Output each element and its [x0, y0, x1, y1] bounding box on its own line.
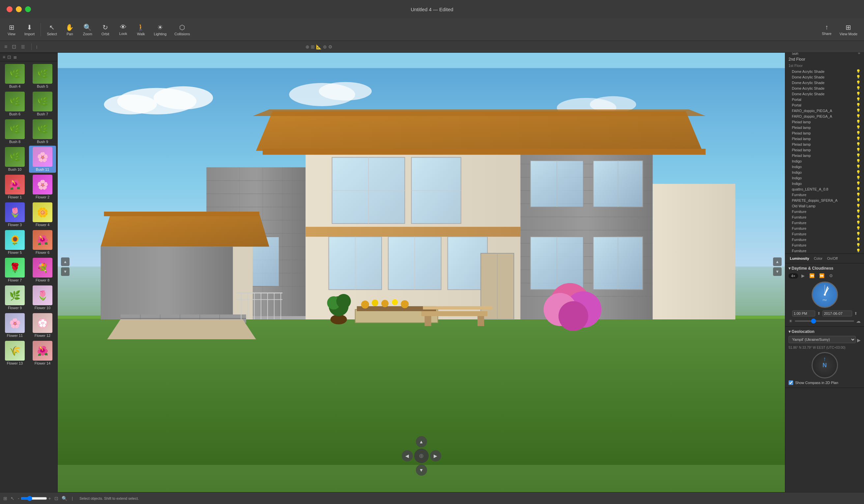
light-item-furniture1[interactable]: Furniture 💡: [785, 192, 864, 197]
first-floor-label[interactable]: 1st Floor: [785, 63, 864, 69]
statusbar-search2-icon[interactable]: 🔍: [62, 496, 67, 501]
light-item-dome1[interactable]: Dome Acrylic Shade 💡: [785, 69, 864, 74]
light-item-indigo5[interactable]: Indigo 💡: [785, 181, 864, 186]
light-item-oldwall[interactable]: Old Wall Lamp 💡: [785, 203, 864, 209]
date-input[interactable]: [823, 311, 852, 316]
layer-icon[interactable]: ⊚: [323, 44, 327, 49]
plant-item-flower9[interactable]: 🌿 Flower 9: [1, 284, 28, 311]
toolbar-look[interactable]: 👁 Look: [115, 22, 131, 37]
nav-center-button[interactable]: ⊕: [414, 448, 429, 463]
main-viewport[interactable]: ▲ ◀ ⊕ ▶ ▼ ▲ ▼ ▲ ▼: [58, 41, 785, 492]
zoom-out-icon[interactable]: -: [18, 496, 20, 501]
statusbar-cursor-icon[interactable]: ↖: [11, 496, 14, 501]
light-item-furniture4[interactable]: Furniture 💡: [785, 220, 864, 226]
plant-item-bush9[interactable]: 🌿 Bush 9: [29, 118, 56, 145]
plant-item-flower11[interactable]: 🌸 Flower 11: [1, 312, 28, 339]
light-item-dome2[interactable]: Dome Acrylic Shade 💡: [785, 74, 864, 80]
sidebar-grid-icon[interactable]: ⊡: [7, 55, 11, 60]
cloud-slider[interactable]: [795, 320, 854, 322]
viewport-pan-down[interactable]: ▼: [61, 267, 70, 276]
zoom-slider[interactable]: [21, 496, 47, 501]
plant-item-flower13[interactable]: 🌾 Flower 13: [1, 339, 28, 367]
toolbar-collisions[interactable]: ⬡ Collisions: [171, 22, 193, 37]
plant-item-flower3[interactable]: 🌷 Flower 3: [1, 201, 28, 228]
plant-item-flower10[interactable]: 🌷 Flower 10: [29, 284, 56, 311]
plant-item-bush4[interactable]: 🌿 Bush 4: [1, 63, 28, 90]
plant-item-flower14[interactable]: 🌺 Flower 14: [29, 339, 56, 367]
forward-icon[interactable]: ⏩: [818, 273, 826, 279]
light-item-dome3[interactable]: Dome Acrylic Shade 💡: [785, 80, 864, 85]
light-item-portal1[interactable]: Portal 💡: [785, 97, 864, 102]
geo-select[interactable]: Yampil' (Ukraine/Sumy): [789, 336, 856, 343]
settings-icon[interactable]: ⚙: [328, 44, 333, 49]
light-item-faro2[interactable]: FARO_doppio_PIEGA_A 💡: [785, 113, 864, 119]
light-item-furniture6[interactable]: Furniture 💡: [785, 231, 864, 237]
toolbar-view[interactable]: ⊞ View: [3, 22, 20, 37]
light-item-pleiad2[interactable]: Pleiad lamp 💡: [785, 124, 864, 130]
play-icon[interactable]: ▶: [800, 273, 806, 279]
grid-icon[interactable]: ⊡: [10, 43, 18, 51]
plant-item-flower6[interactable]: 🌺 Flower 6: [29, 229, 56, 256]
nav-right-button[interactable]: ▶: [430, 450, 441, 461]
plant-item-bush10[interactable]: 🌿 Bush 10: [1, 146, 28, 173]
light-item-faro1[interactable]: FARO_doppio_PIEGA_A 💡: [785, 108, 864, 113]
nav-left-button[interactable]: ◀: [402, 450, 413, 461]
light-item-pleiad1[interactable]: Pleiad lamp 💡: [785, 119, 864, 124]
light-item-furniture8[interactable]: Furniture 💡: [785, 242, 864, 248]
toolbar-walk[interactable]: 🚶 Walk: [133, 22, 149, 37]
options-icon[interactable]: ≣: [19, 43, 27, 51]
light-item-portal2[interactable]: Portal 💡: [785, 102, 864, 108]
sidebar-list-icon[interactable]: ≡: [3, 55, 5, 60]
plant-item-bush11[interactable]: 🌸 Bush 11: [29, 146, 56, 173]
geolocation-title[interactable]: Geolocation: [789, 329, 861, 334]
light-item-pleiad7[interactable]: Pleiad lamp 💡: [785, 153, 864, 158]
rewind-icon[interactable]: ⏪: [808, 273, 816, 279]
grid2-icon[interactable]: ⊞: [311, 44, 315, 49]
toolbar-share[interactable]: ↑ Share: [818, 22, 835, 37]
sidebar-sort-icon[interactable]: ≣: [13, 55, 17, 60]
settings2-icon[interactable]: ⚙: [828, 273, 835, 279]
toolbar-import[interactable]: ⬇ Import: [21, 22, 38, 37]
toolbar-pan[interactable]: ✋ Pan: [62, 22, 78, 37]
close-button[interactable]: [7, 6, 13, 12]
nav-down-button[interactable]: ▼: [416, 465, 427, 476]
time-input[interactable]: [792, 311, 815, 316]
light-item-indigo2[interactable]: Indigo 💡: [785, 164, 864, 169]
list-icon[interactable]: ≡: [3, 43, 9, 51]
snap-icon[interactable]: ⊕: [305, 44, 309, 49]
light-item-quattro[interactable]: quattro_LENTE_A_0.8 💡: [785, 186, 864, 192]
light-item-pleiad6[interactable]: Pleiad lamp 💡: [785, 147, 864, 153]
daytime-title[interactable]: Daytime & Cloudiness: [789, 266, 861, 271]
light-item-furniture3[interactable]: Furniture 💡: [785, 214, 864, 220]
plant-item-flower1[interactable]: 🌺 Flower 1: [1, 173, 28, 201]
toolbar-orbit[interactable]: ↻ Orbit: [97, 22, 114, 37]
maximize-button[interactable]: [25, 6, 31, 12]
light-item-indigo3[interactable]: Indigo 💡: [785, 169, 864, 175]
viewport-pan-up[interactable]: ▲: [61, 257, 70, 266]
light-item-parete[interactable]: PARETE_doppio_SFERA_A 💡: [785, 197, 864, 203]
onoff-tab[interactable]: On/Off: [826, 256, 839, 261]
light-item-dome4[interactable]: Dome Acrylic Shade 💡: [785, 85, 864, 91]
toolbar-viewmode[interactable]: ⊞ View Mode: [836, 22, 861, 37]
color-tab[interactable]: Color: [813, 256, 824, 261]
light-item-indigo4[interactable]: Indigo 💡: [785, 175, 864, 181]
toolbar-zoom[interactable]: 🔍 Zoom: [80, 22, 96, 37]
plant-item-flower2[interactable]: 🌸 Flower 2: [29, 173, 56, 201]
light-item-furniture5[interactable]: Furniture 💡: [785, 226, 864, 231]
toolbar-select[interactable]: ↖ Select: [44, 22, 60, 37]
measure-icon[interactable]: 📐: [316, 44, 322, 49]
nav-up-button[interactable]: ▲: [416, 436, 427, 447]
zoom-in-icon[interactable]: +: [48, 496, 51, 501]
plant-item-bush6[interactable]: 🌿 Bush 6: [1, 90, 28, 117]
toolbar-lighting[interactable]: ☀ Lighting: [151, 22, 170, 37]
statusbar-home-icon[interactable]: ⊞: [3, 496, 7, 501]
viewport-zoom-in[interactable]: ▲: [773, 257, 782, 266]
plant-item-bush7[interactable]: 🌿 Bush 7: [29, 90, 56, 117]
plant-item-flower8[interactable]: 💐 Flower 8: [29, 256, 56, 284]
minimize-button[interactable]: [16, 6, 22, 12]
geo-arrow-icon[interactable]: ▶: [857, 337, 861, 343]
light-item-furniture2[interactable]: Furniture 💡: [785, 209, 864, 214]
viewport-zoom-out[interactable]: ▼: [773, 267, 782, 276]
show-compass-checkbox[interactable]: [789, 380, 793, 385]
plant-item-flower12[interactable]: 💮 Flower 12: [29, 312, 56, 339]
